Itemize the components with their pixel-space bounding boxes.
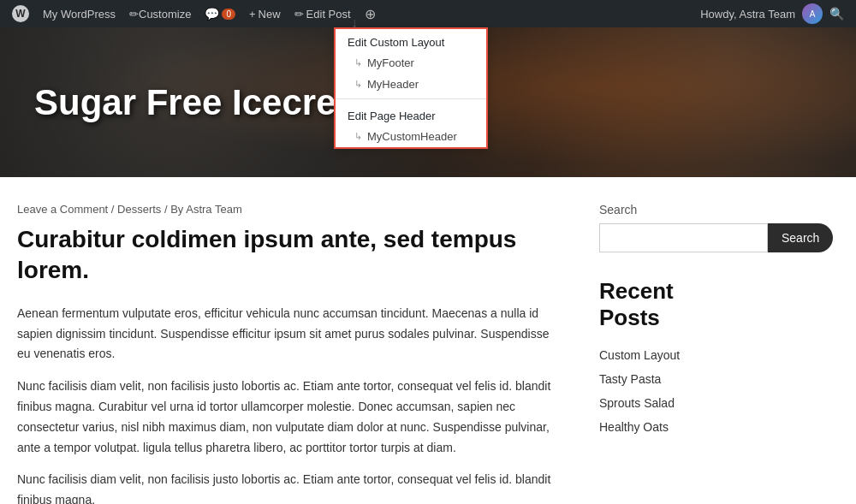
custom-layout-trigger[interactable]: ⊕	[358, 0, 383, 27]
edit-post-item[interactable]: ✏ Edit Post	[288, 0, 358, 27]
layout-icon: ⊕	[365, 6, 376, 22]
sidebar: Search Search Recent Posts Custom Layout…	[582, 203, 779, 504]
recent-post-link[interactable]: Tasty Pasta	[599, 372, 661, 386]
new-item[interactable]: + New	[242, 0, 288, 27]
recent-post-link[interactable]: Sprouts Salad	[599, 396, 675, 410]
post-paragraph-3: Nunc facilisis diam velit, non facilisis…	[17, 470, 556, 504]
list-item: Sprouts Salad	[599, 391, 779, 415]
customize-item[interactable]: ✏ Customize	[122, 0, 198, 27]
admin-search-icon[interactable]: 🔍	[823, 7, 851, 21]
dropdown-menu: Edit Custom Layout ↳ MyFooter ↳ MyHeader…	[334, 27, 488, 149]
comments-icon: 💬	[205, 7, 219, 21]
dropdown-mycustomheader-label: MyCustomHeader	[367, 130, 457, 143]
howdy-label: Howdy, Astra Team	[700, 8, 795, 21]
content-area: Leave a Comment / Desserts / By Astra Te…	[0, 177, 856, 504]
customize-label: Customize	[139, 8, 191, 21]
arrow-icon-3: ↳	[354, 131, 362, 142]
recent-post-link[interactable]: Custom Layout	[599, 348, 680, 362]
hero-title: Sugar Free Icecre...	[34, 82, 366, 123]
post-meta: Leave a Comment / Desserts / By Astra Te…	[17, 203, 556, 216]
dropdown-item-mycustomheader[interactable]: ↳ MyCustomHeader	[336, 126, 486, 147]
arrow-icon-2: ↳	[354, 79, 362, 90]
recent-posts-title: Recent Posts	[599, 278, 779, 331]
plus-icon: +	[249, 8, 256, 21]
edit-icon: ✏	[294, 8, 304, 21]
comments-count: 0	[222, 9, 235, 20]
main-content: Leave a Comment / Desserts / By Astra Te…	[17, 203, 582, 504]
admin-bar-right: Howdy, Astra Team A 🔍	[700, 3, 851, 24]
admin-bar: W My WordPress ✏ Customize 💬 0 + New ✏ E…	[0, 0, 856, 27]
user-avatar: A	[802, 3, 823, 24]
arrow-icon: ↳	[354, 57, 362, 68]
recent-posts-list: Custom LayoutTasty PastaSprouts SaladHea…	[599, 343, 779, 439]
dropdown-section-edit-custom-layout: Edit Custom Layout	[336, 29, 486, 52]
dropdown-myheader-label: MyHeader	[367, 78, 419, 91]
post-title: Curabitur coldimen ipsum ante, sed tempu…	[17, 224, 556, 287]
dropdown-item-myheader[interactable]: ↳ MyHeader	[336, 74, 486, 95]
sidebar-search-label: Search	[599, 203, 779, 216]
new-label: New	[259, 8, 281, 21]
search-input[interactable]	[599, 223, 768, 252]
search-button[interactable]: Search	[768, 223, 833, 252]
dropdown-divider	[336, 98, 486, 99]
wp-logo-icon: W	[12, 5, 29, 22]
site-wrapper: Leave a Comment / Desserts / By Astra Te…	[0, 177, 856, 504]
site-name-item[interactable]: My WordPress	[36, 0, 122, 27]
post-paragraph-1: Aenean fermentum vulputate eros, efficit…	[17, 304, 556, 365]
site-name-label: My WordPress	[43, 8, 116, 21]
dropdown-myfooter-label: MyFooter	[367, 56, 414, 69]
list-item: Tasty Pasta	[599, 367, 779, 391]
wp-logo-item[interactable]: W	[5, 0, 36, 27]
post-body: Aenean fermentum vulputate eros, efficit…	[17, 304, 556, 504]
customize-icon: ✏	[129, 8, 139, 21]
dropdown-section-edit-page-header: Edit Page Header	[336, 103, 486, 126]
post-paragraph-2: Nunc facilisis diam velit, non facilisis…	[17, 377, 556, 458]
recent-post-link[interactable]: Healthy Oats	[599, 420, 669, 434]
dropdown-item-myfooter[interactable]: ↳ MyFooter	[336, 52, 486, 74]
comments-item[interactable]: 💬 0	[198, 0, 242, 27]
list-item: Healthy Oats	[599, 415, 779, 439]
edit-post-label: Edit Post	[306, 8, 351, 21]
list-item: Custom Layout	[599, 343, 779, 367]
sidebar-search-form: Search	[599, 223, 779, 252]
